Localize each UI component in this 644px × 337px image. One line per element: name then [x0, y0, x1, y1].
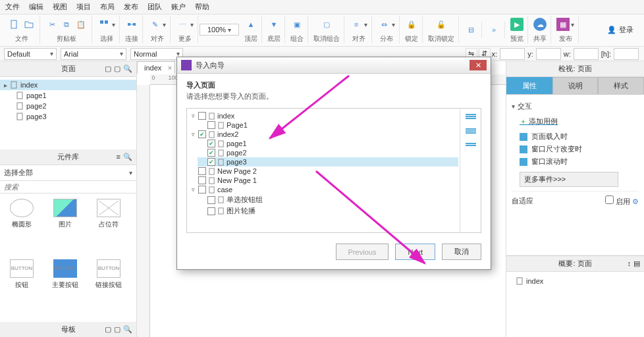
tree-checkbox[interactable]: [207, 121, 215, 129]
add-master-folder-icon[interactable]: ▢: [114, 325, 121, 334]
import-tree-item[interactable]: Page1: [198, 120, 458, 130]
coord-x-input[interactable]: [500, 48, 525, 60]
lib-search-icon[interactable]: 🔍: [123, 153, 132, 161]
import-tree-item[interactable]: ✔page1: [198, 139, 458, 148]
library-selector[interactable]: 选择全部▾: [0, 165, 136, 181]
outline-filter-icon[interactable]: ▤: [633, 259, 640, 268]
import-tree-item[interactable]: ✔page2: [198, 148, 458, 157]
tab-properties[interactable]: 属性: [506, 77, 552, 94]
preview-icon[interactable]: ▶: [510, 18, 523, 31]
more-tools-icon[interactable]: »: [487, 23, 500, 36]
more-events-select[interactable]: 更多事件>>>: [520, 172, 618, 187]
search-icon[interactable]: 🔍: [123, 65, 132, 73]
dialog-close-button[interactable]: ✕: [470, 60, 487, 70]
import-tree-item[interactable]: ▿✔index2: [188, 130, 458, 139]
menu-file[interactable]: 文件: [5, 2, 20, 12]
cut-icon[interactable]: ✂: [45, 18, 59, 31]
lock-icon[interactable]: 🔒: [405, 18, 418, 31]
chevron-down-icon[interactable]: ▾: [163, 21, 166, 28]
outline-item[interactable]: index: [512, 276, 639, 286]
page-tree-item[interactable]: page1: [0, 90, 136, 101]
more-icon[interactable]: ⋯: [176, 18, 189, 31]
style-select[interactable]: Default ▾: [4, 48, 57, 60]
tree-checkbox[interactable]: [207, 207, 215, 215]
menu-help[interactable]: 帮助: [195, 2, 209, 12]
expand-all-icon[interactable]: [466, 143, 476, 151]
event-pageload[interactable]: 页面载入时: [512, 130, 639, 143]
add-folder-icon[interactable]: ▢: [114, 65, 121, 73]
connect-icon[interactable]: [125, 18, 138, 31]
login-button[interactable]: 👤 登录: [601, 25, 640, 35]
library-search[interactable]: [0, 181, 136, 194]
dialog-titlebar[interactable]: 导入向导 ✕: [177, 57, 491, 74]
adaptive-settings-icon[interactable]: ⚙: [632, 197, 639, 205]
tab-notes[interactable]: 说明: [552, 77, 599, 94]
open-file-icon[interactable]: [22, 18, 36, 31]
import-tree-item[interactable]: ✔page3: [198, 157, 458, 167]
library-search-input[interactable]: [4, 183, 132, 191]
coord-h-input[interactable]: [614, 48, 639, 60]
add-page-icon[interactable]: ▢: [105, 65, 111, 73]
coord-y-input[interactable]: [536, 48, 561, 60]
paste-icon[interactable]: 📋: [74, 18, 88, 31]
widget-ellipse[interactable]: 椭圆形: [1, 199, 42, 257]
coord-w-input[interactable]: [574, 48, 599, 60]
import-tree-item[interactable]: ▿case: [188, 185, 458, 194]
previous-button[interactable]: Previous: [336, 244, 389, 260]
menu-layout[interactable]: 布局: [100, 2, 115, 12]
import-tree-item[interactable]: New Page 2: [188, 167, 458, 176]
lib-menu-icon[interactable]: ≡: [117, 153, 121, 161]
distribute-icon[interactable]: ⇔: [377, 18, 390, 31]
close-tab-icon[interactable]: ×: [168, 64, 172, 72]
import-tree-item[interactable]: New Page 1: [188, 176, 458, 185]
menu-project[interactable]: 项目: [76, 2, 91, 12]
send-back-icon[interactable]: ▼: [267, 18, 281, 31]
add-master-icon[interactable]: ▢: [105, 325, 111, 334]
chevron-down-icon[interactable]: ▾: [112, 21, 115, 28]
tree-checkbox[interactable]: ✔: [207, 158, 215, 166]
chevron-down-icon[interactable]: ▾: [190, 21, 194, 28]
widget-button[interactable]: BUTTON按钮: [1, 259, 42, 317]
page-tree-item[interactable]: page3: [0, 111, 136, 122]
page-tree-item[interactable]: page2: [0, 101, 136, 111]
zoom-input[interactable]: 100% ▾: [200, 24, 239, 36]
tree-checkbox[interactable]: [207, 196, 215, 204]
cancel-button[interactable]: 取消: [442, 244, 481, 260]
ungroup-icon[interactable]: ▢: [320, 18, 333, 31]
import-tree-item[interactable]: ▿index: [188, 111, 458, 120]
share-icon[interactable]: ☁: [533, 18, 547, 31]
menu-account[interactable]: 账户: [171, 2, 186, 12]
page-tree-item[interactable]: ▸index: [0, 80, 136, 90]
widget-link[interactable]: BUTTON链接按钮: [88, 259, 129, 317]
outline-sort-icon[interactable]: ↕: [628, 259, 631, 268]
copy-icon[interactable]: ⧉: [60, 18, 73, 31]
uncheck-all-icon[interactable]: [466, 128, 476, 136]
tab-style[interactable]: 样式: [598, 77, 644, 94]
tree-checkbox[interactable]: ✔: [198, 130, 206, 138]
menu-team[interactable]: 团队: [148, 2, 162, 12]
publish-icon[interactable]: ▦: [556, 18, 570, 31]
tree-checkbox[interactable]: [198, 186, 206, 194]
ruler-icon[interactable]: ⊟: [464, 23, 477, 36]
add-case-link[interactable]: ＋ 添加用例: [520, 117, 558, 126]
tree-checkbox[interactable]: [198, 167, 206, 175]
group-icon[interactable]: ▣: [290, 18, 304, 31]
unlock-icon[interactable]: 🔓: [435, 18, 448, 31]
font-select[interactable]: Arial ▾: [61, 48, 126, 60]
caret-icon[interactable]: ▸: [4, 82, 7, 89]
pen-icon[interactable]: ✎: [148, 18, 161, 31]
tree-checkbox[interactable]: ✔: [207, 149, 215, 157]
widget-primary[interactable]: BUTTON主要按钮: [45, 259, 86, 317]
event-resize[interactable]: 窗口尺寸改变时: [512, 143, 639, 155]
select-icon[interactable]: [97, 18, 111, 31]
enable-checkbox[interactable]: [605, 195, 614, 204]
menu-view[interactable]: 视图: [53, 2, 67, 12]
tree-checkbox[interactable]: ✔: [207, 140, 215, 147]
weight-select[interactable]: Normal ▾: [130, 48, 183, 60]
menu-publish[interactable]: 发布: [124, 2, 138, 12]
widget-image[interactable]: 图片: [45, 199, 86, 257]
check-all-icon[interactable]: [466, 114, 476, 122]
master-search-icon[interactable]: 🔍: [123, 325, 132, 334]
tree-checkbox[interactable]: [198, 176, 206, 184]
import-tree-item[interactable]: 单选按钮组: [198, 194, 458, 205]
